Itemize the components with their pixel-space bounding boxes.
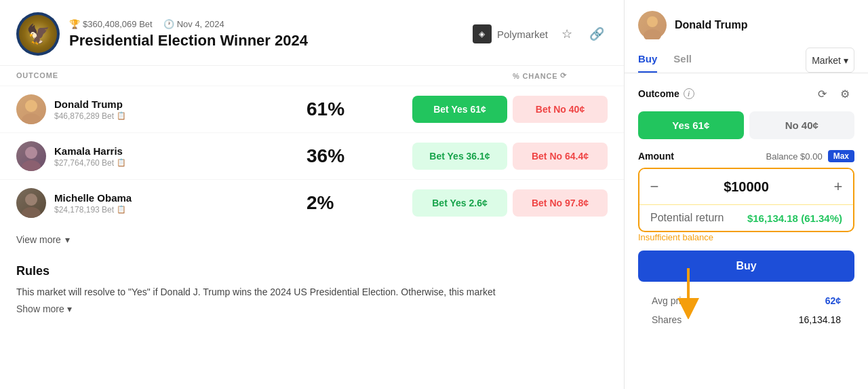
amount-display: $10000 — [669, 179, 823, 195]
choice-yes-button[interactable]: Yes 61¢ — [638, 111, 744, 139]
candidate-info: Donald Trump $46,876,289 Bet 📋 — [54, 98, 307, 121]
panel-body: Outcome i ⟳ ⚙ Yes 61¢ No 40¢ Amount Bala… — [625, 73, 868, 389]
choice-no-button[interactable]: No 40¢ — [749, 111, 855, 139]
highlight-box: − $10000 + Potential return $16,134.18 (… — [638, 168, 854, 232]
bet-no-button[interactable]: Bet No 97.8¢ — [513, 189, 608, 217]
page-title: Presidential Election Winner 2024 — [69, 32, 473, 50]
page-header: 🦅 🏆 $360,408,069 Bet 🕐 Nov 4, 2024 Presi… — [0, 0, 624, 66]
header-actions: ◈ Polymarket ☆ 🔗 — [473, 23, 608, 45]
candidate-info: Kamala Harris $27,764,760 Bet 📋 — [54, 145, 307, 168]
header-meta: 🏆 $360,408,069 Bet 🕐 Nov 4, 2024 — [69, 19, 473, 29]
col-outcome-header: OUTCOME — [16, 71, 513, 80]
panel-header: Donald Trump — [625, 0, 868, 48]
panel-stats: Avg price 62¢ Shares 16,134.18 — [638, 291, 854, 329]
candidate-name: Donald Trump — [54, 98, 307, 110]
market-select-button[interactable]: Market ▾ — [806, 48, 854, 73]
seal-icon: 🦅 — [19, 15, 57, 53]
avatar — [16, 188, 46, 218]
candidate-info: Michelle Obama $24,178,193 Bet 📋 — [54, 192, 307, 215]
show-more-button[interactable]: Show more ▾ — [16, 303, 72, 314]
total-bet: $360,408,069 Bet — [83, 19, 153, 29]
outcome-row: Outcome i ⟳ ⚙ — [638, 84, 854, 103]
copy-icon[interactable]: 📋 — [117, 158, 126, 167]
tab-buy[interactable]: Buy — [638, 48, 657, 73]
svg-point-6 — [22, 207, 41, 218]
link-button[interactable]: 🔗 — [586, 23, 608, 45]
avatar — [16, 141, 46, 171]
bet-buttons: Bet Yes 36.1¢ Bet No 64.4¢ — [412, 143, 608, 170]
bet-buttons: Bet Yes 61¢ Bet No 40¢ — [412, 96, 608, 123]
header-logo: 🦅 — [16, 12, 60, 56]
stats-row-avg-price: Avg price 62¢ — [652, 291, 841, 310]
candidate-chance: 2% — [307, 192, 401, 214]
refresh-icon[interactable]: ⟳ — [560, 71, 567, 80]
bet-buttons: Bet Yes 2.6¢ Bet No 97.8¢ — [412, 189, 608, 217]
outcome-label: Outcome i — [638, 88, 694, 99]
main-panel: 🦅 🏆 $360,408,069 Bet 🕐 Nov 4, 2024 Presi… — [0, 0, 624, 389]
potential-return-section: Potential return $16,134.18 (61.34%) — [639, 204, 853, 231]
table-row: Kamala Harris $27,764,760 Bet 📋 36% Bet … — [0, 132, 624, 179]
copy-icon[interactable]: 📋 — [117, 111, 126, 120]
star-button[interactable]: ☆ — [556, 23, 578, 45]
info-icon[interactable]: i — [684, 88, 694, 99]
panel-avatar — [638, 11, 667, 39]
table-header: OUTCOME % CHANCE ⟳ — [0, 66, 624, 86]
col-chance-header: % CHANCE ⟳ — [513, 71, 608, 80]
svg-point-3 — [25, 147, 37, 159]
candidate-name: Michelle Obama — [54, 192, 307, 204]
header-title-block: 🏆 $360,408,069 Bet 🕐 Nov 4, 2024 Preside… — [69, 19, 473, 50]
svg-point-1 — [22, 113, 41, 124]
right-panel: Donald Trump Buy Sell Market ▾ Outcome i… — [624, 0, 868, 389]
chevron-down-icon: ▾ — [844, 55, 848, 66]
shares-label: Shares — [652, 314, 682, 325]
bet-yes-button[interactable]: Bet Yes 61¢ — [412, 96, 507, 123]
svg-point-5 — [25, 193, 37, 206]
bet-no-button[interactable]: Bet No 40¢ — [513, 96, 608, 123]
chevron-down-icon: ▾ — [67, 303, 72, 314]
panel-tabs: Buy Sell Market ▾ — [625, 48, 868, 73]
minus-button[interactable]: − — [639, 169, 669, 204]
rules-section: Rules This market will resolve to "Yes" … — [0, 253, 624, 314]
copy-icon[interactable]: 📋 — [117, 205, 126, 214]
view-more-button[interactable]: View more ▾ — [0, 226, 86, 253]
refresh-icon[interactable]: ⟳ — [812, 84, 831, 103]
amount-input-row: − $10000 + — [639, 169, 853, 204]
insufficient-balance-text: Insufficient balance — [638, 232, 854, 242]
potential-return-label: Potential return — [650, 212, 724, 224]
bet-yes-button[interactable]: Bet Yes 2.6¢ — [412, 189, 507, 217]
balance-info: Balance $0.00 Max — [766, 150, 854, 162]
shares-value: 16,134.18 — [799, 314, 841, 325]
candidate-chance: 61% — [307, 98, 401, 120]
candidate-bet: $24,178,193 Bet 📋 — [54, 205, 307, 215]
header-date: Nov 4, 2024 — [177, 19, 224, 29]
potential-return-value: $16,134.18 (61.34%) — [747, 212, 842, 224]
trophy-meta: 🏆 $360,408,069 Bet — [69, 19, 153, 29]
buy-button[interactable]: Buy — [638, 251, 854, 282]
plus-button[interactable]: + — [823, 169, 853, 204]
panel-person-name: Donald Trump — [675, 19, 748, 31]
svg-point-8 — [644, 29, 661, 39]
svg-point-0 — [25, 100, 37, 112]
chevron-down-icon: ▾ — [65, 234, 70, 245]
candidate-chance: 36% — [307, 145, 401, 167]
avg-price-label: Avg price — [652, 295, 691, 306]
stats-row-shares: Shares 16,134.18 — [652, 310, 841, 329]
table-row: Michelle Obama $24,178,193 Bet 📋 2% Bet … — [0, 179, 624, 226]
bet-yes-button[interactable]: Bet Yes 36.1¢ — [412, 143, 507, 170]
balance-value: Balance $0.00 — [766, 151, 823, 162]
avg-price-value: 62¢ — [825, 295, 841, 306]
rules-text: This market will resolve to "Yes" if Don… — [16, 285, 608, 299]
svg-point-7 — [647, 16, 658, 27]
outcome-choice: Yes 61¢ No 40¢ — [638, 111, 854, 139]
table-row: Donald Trump $46,876,289 Bet 📋 61% Bet Y… — [0, 86, 624, 132]
candidate-bet: $46,876,289 Bet 📋 — [54, 111, 307, 121]
bet-no-button[interactable]: Bet No 64.4¢ — [513, 143, 608, 170]
avatar — [16, 94, 46, 124]
settings-icon[interactable]: ⚙ — [835, 84, 854, 103]
tab-sell[interactable]: Sell — [673, 48, 692, 73]
max-button[interactable]: Max — [828, 150, 854, 162]
svg-point-4 — [22, 160, 41, 171]
rules-title: Rules — [16, 264, 608, 278]
trophy-icon: 🏆 — [69, 19, 80, 29]
date-meta: 🕐 Nov 4, 2024 — [163, 19, 224, 29]
